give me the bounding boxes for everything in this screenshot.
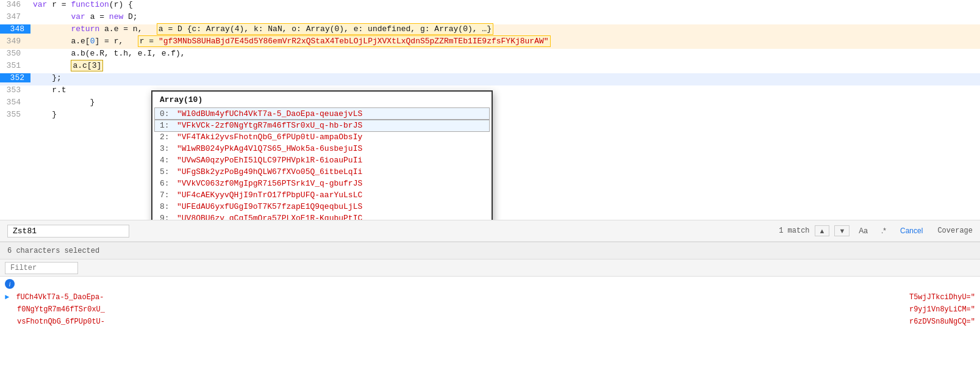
code-line-351: 351 a.c[3] [0,61,980,73]
popup-row-0[interactable]: 0: "Wl0dBUm4yfUCh4VkT7a-5_DaoEpa-qeuaejv… [155,108,489,120]
code-line-346: 346 var r = function(r) { [0,0,980,12]
right-value-0: T5wjJTkciDhyU=" [909,291,975,303]
bottom-content: i ► fUCh4VkT7a-5_DaoEpa- T5wjJTkciDhyU="… [0,277,980,381]
case-sensitive-button[interactable]: Aa [854,225,872,237]
line-number-346: 346 [0,0,30,9]
line-number-349: 349 [0,37,30,46]
line-number-348: 348 [0,24,30,34]
bottom-panel: i ► fUCh4VkT7a-5_DaoEpa- T5wjJTkciDhyU="… [0,259,980,381]
match-count: 1 match [779,227,809,235]
popup-rows: 0: "Wl0dBUm4yfUCh4VkT7a-5_DaoEpa-qeuaejv… [152,108,492,220]
line-number-355: 355 [0,110,30,119]
coverage-label: Coverage [937,227,973,235]
line-number-351: 351 [0,61,30,70]
right-value-1: r9yj1Vn8yLiCM=" [909,303,975,316]
popup-row-3[interactable]: 3: "WlwRB024yPkAg4VlQ7S65_HWok5a-6usbeju… [155,143,489,154]
search-input[interactable] [7,225,129,238]
popup-header: Array(10) [152,92,492,108]
bottom-list-item-0: i [5,279,975,289]
bottom-list-value-0: fUCh4VkT7a-5_DaoEpa- [16,293,104,302]
search-bar: 1 match ▲ ▼ Aa .* Cancel Coverage [0,220,980,242]
line-number-352: 352 [0,73,30,82]
bottom-list-row-0: ► fUCh4VkT7a-5_DaoEpa- T5wjJTkciDhyU=" [5,291,975,303]
popup-row-6[interactable]: 6: "VVkVC063zf0MgIpgR7i56PTSrk1V_q-gbufr… [155,178,489,189]
popup-row-1[interactable]: 1: "VFkVCk-2zf0NgYtgR7m46fTSr0xU_q-hb-br… [155,120,489,131]
popup-row-8[interactable]: 8: "UFEdAU6yxfUGgI9oT7K57fzapE1Q9qeqbuLj… [155,201,489,212]
code-line-350: 350 a.b(e.R, t.h, e.I, e.f), [0,49,980,61]
code-line-347: 347 var a = new D; [0,12,980,24]
bottom-items-container: i ► fUCh4VkT7a-5_DaoEpa- T5wjJTkciDhyU="… [5,279,975,379]
popup-row-5[interactable]: 5: "UFgSBk2yzPoBg49hQLW67fXVo05Q_6itbeLq… [155,166,489,178]
bottom-toolbar [0,259,980,277]
regex-button[interactable]: .* [877,225,890,237]
filter-input[interactable] [5,262,78,274]
bottom-list-row-2: vsFhotnQbG_6fPUp0tU- r6zDVSn8uNgCQ=" [5,316,975,328]
arrow-marker-0: ► [5,293,9,302]
characters-selected: 6 characters selected [7,247,99,255]
bottom-list-value-2: vsFhotnQbG_6fPUp0tU- [17,318,105,326]
bottom-list-row-1: f0NgYtgR7m46fTSr0xU_ r9yj1Vn8yLiCM=" [5,303,975,316]
line-content-352: }; [30,73,980,82]
search-up-button[interactable]: ▲ [815,225,830,236]
line-number-354: 354 [0,98,30,107]
line-content-347: var a = new D; [30,12,980,21]
bottom-list-value-1: f0NgYtgR7m46fTSr0xU_ [17,305,105,314]
array-popup: Array(10) 0: "Wl0dBUm4yfUCh4VkT7a-5_DaoE… [151,90,493,220]
line-number-350: 350 [0,49,30,58]
code-line-349: 349 a.e[0] = r, r = "gf3MNbS8UHaBjd7E45d… [0,37,980,49]
code-line-352: 352 }; [0,73,980,85]
code-editor: 346 var r = function(r) { 347 var a = ne… [0,0,980,220]
main-container: 346 var r = function(r) { 347 var a = ne… [0,0,980,381]
line-content-350: a.b(e.R, t.h, e.I, e.f), [30,49,980,58]
search-cancel-button[interactable]: Cancel [895,225,928,236]
code-line-348: 348 return a.e = n, a = D {c: Array(4), … [0,24,980,37]
line-content-349: a.e[0] = r, r = "gf3MNbS8UHaBjd7E45d5Y86… [30,37,980,46]
line-number-347: 347 [0,12,30,21]
popup-row-4[interactable]: 4: "UVwSA0qzyPoEhI5lQLC97PHVpklR-6ioauPu… [155,154,489,166]
popup-row-7[interactable]: 7: "UF4cAEKyyvQHjI9nTrO17fPbpUFQ-aarYuLs… [155,189,489,201]
line-number-353: 353 [0,85,30,95]
line-content-348: return a.e = n, a = D {c: Array(4), k: N… [30,24,980,34]
popup-row-9[interactable]: 9: "UV8QBU6zy_gCgI5mQra57PLXoE1R-KqubuPt… [155,212,489,220]
bottom-list-rows: ► fUCh4VkT7a-5_DaoEpa- T5wjJTkciDhyU=" f… [5,291,975,328]
line-content-351: a.c[3] [30,61,980,70]
search-down-button[interactable]: ▼ [834,225,849,236]
right-value-2: r6zDVSn8uNgCQ=" [909,316,975,328]
status-bar: 6 characters selected [0,242,980,259]
line-content-346: var r = function(r) { [30,0,980,9]
popup-row-2[interactable]: 2: "VF4TAki2yvsFhotnQbG_6fPUp0tU-ampaObs… [155,131,489,143]
info-icon-0: i [5,279,15,289]
